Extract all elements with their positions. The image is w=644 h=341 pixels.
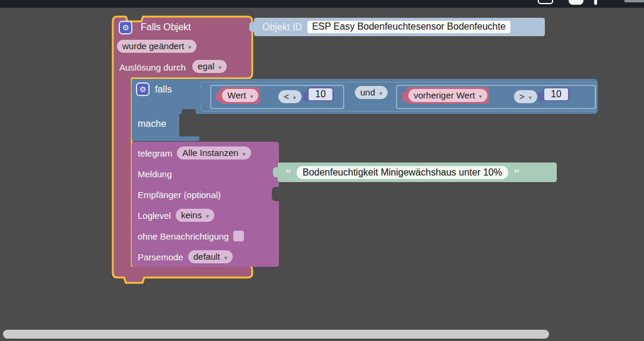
value-dropdown[interactable]: Wert [222, 89, 258, 102]
dropdown-arrow-icon [479, 90, 482, 100]
value-block-vorheriger-wert[interactable]: vorheriger Wert [407, 87, 489, 104]
dropdown-arrow-icon [379, 87, 382, 97]
empty-value-socket[interactable] [272, 187, 280, 201]
telegram-block[interactable]: telegram Alle Instanzen Meldung Empfänge… [132, 142, 279, 267]
dropdown-arrow-icon [206, 210, 209, 220]
value-dropdown[interactable]: vorheriger Wert [408, 89, 487, 102]
trigger-by-label: Auslösung durch [119, 62, 186, 72]
trigger-event-dropdown[interactable]: wurde geändert [117, 40, 196, 53]
operator-dropdown[interactable]: < [278, 90, 302, 103]
telegram-message-label: Meldung [138, 169, 172, 179]
open-quote-icon: “ [285, 167, 291, 178]
trigger-by-dropdown[interactable]: egal [192, 60, 227, 73]
mutator-gear-icon[interactable]: ⚙ [119, 21, 132, 34]
telegram-parsemode-dropdown[interactable]: default [188, 250, 233, 263]
trigger-by-value: egal [198, 61, 214, 71]
blockly-workspace[interactable]: ⚙ Falls Objekt wurde geändert Auslösung … [0, 0, 644, 341]
telegram-parsemode-label: Parsemode [138, 252, 183, 262]
dropdown-arrow-icon [188, 41, 191, 51]
telegram-recipient-label: Empfänger (optional) [138, 190, 221, 200]
telegram-loglevel-label: Loglevel [138, 211, 171, 221]
telegram-silent-label: ohne Benachrichtigung [138, 231, 229, 241]
und-operator-dropdown[interactable]: und [355, 86, 388, 99]
objekt-id-label: Objekt ID [262, 22, 302, 33]
operator-value: < [284, 91, 289, 101]
text-input[interactable]: Bodenfeuchtigkeit Minigewächshaus unter … [297, 166, 508, 179]
operator-value: > [519, 91, 525, 101]
telegram-title: telegram [138, 148, 172, 158]
empty-statement-socket[interactable] [182, 109, 196, 114]
falls-block-bottom[interactable] [132, 136, 199, 141]
dropdown-arrow-icon [243, 148, 246, 158]
value-name: Wert [227, 90, 246, 100]
value-block-wert[interactable]: Wert [220, 87, 260, 104]
dropdown-arrow-icon [293, 91, 296, 101]
dropdown-arrow-icon [218, 61, 221, 71]
falls-label: falls [155, 84, 172, 95]
mache-label: mache [138, 119, 166, 129]
operator-dropdown[interactable]: > [514, 90, 537, 103]
horizontal-scrollbar[interactable] [3, 330, 549, 339]
telegram-instance-dropdown[interactable]: Alle Instanzen [177, 146, 250, 160]
close-quote-icon: ” [513, 167, 520, 178]
dropdown-arrow-icon [529, 91, 532, 101]
dropdown-arrow-icon [250, 90, 253, 100]
und-operator-value: und [360, 87, 375, 97]
number-block[interactable]: 10 [307, 87, 334, 101]
telegram-silent-checkbox[interactable] [233, 231, 244, 241]
trigger-title: Falls Objekt [141, 22, 191, 33]
number-input[interactable]: 10 [309, 88, 332, 100]
value-name: vorheriger Wert [414, 90, 475, 100]
logic-und-output-tab [194, 89, 202, 103]
number-input[interactable]: 10 [544, 88, 568, 100]
trigger-event-value: wurde geändert [122, 41, 184, 51]
number-block[interactable]: 10 [543, 87, 570, 101]
dropdown-arrow-icon [224, 251, 227, 262]
telegram-loglevel-dropdown[interactable]: keins [176, 209, 214, 222]
objekt-id-block[interactable]: Objekt ID ESP Easy Bodenfeuchtesensor Bo… [254, 18, 545, 36]
telegram-instance-value: Alle Instanzen [182, 148, 238, 158]
telegram-parsemode-value: default [193, 251, 220, 262]
telegram-loglevel-value: keins [181, 210, 202, 220]
text-block[interactable]: “ Bodenfeuchtigkeit Minigewächshaus unte… [278, 162, 557, 182]
mutator-gear-icon[interactable]: ⚙ [136, 82, 150, 96]
objekt-id-input[interactable]: ESP Easy Bodenfeuchtesensor Bodenfeuchte [307, 21, 510, 33]
